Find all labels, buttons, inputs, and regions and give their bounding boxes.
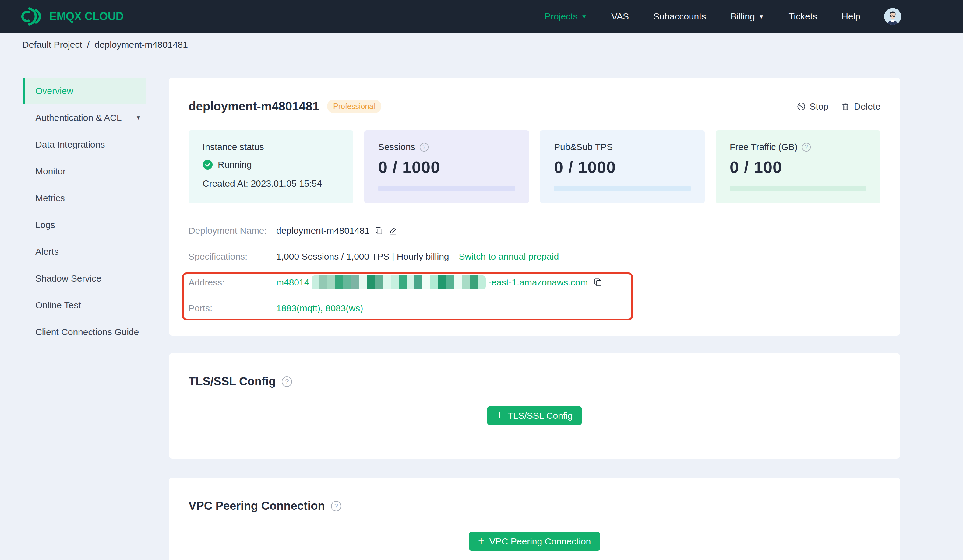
help-icon[interactable]: ? <box>282 377 292 387</box>
sidebar-item-authentication-acl[interactable]: Authentication & ACL▼ <box>23 104 146 131</box>
sidebar-item-shadow-service[interactable]: Shadow Service <box>23 265 146 292</box>
nav-item-label: Subaccounts <box>653 11 706 22</box>
brand-name: EMQX CLOUD <box>49 10 124 23</box>
trash-icon <box>841 102 850 112</box>
sessions-value: 0 / 1000 <box>378 158 515 176</box>
specifications-row: Specifications: 1,000 Sessions / 1,000 T… <box>188 243 880 269</box>
top-navbar: EMQX CLOUD Projects ▼ VAS Subaccounts Bi… <box>0 0 963 33</box>
sidebar-item-alerts[interactable]: Alerts <box>23 238 146 265</box>
sessions-progress-bar <box>378 186 515 191</box>
specifications-value: 1,000 Sessions / 1,000 TPS | Hourly bill… <box>276 251 449 262</box>
sidebar-item-label: Logs <box>35 220 55 230</box>
edit-icon[interactable] <box>389 226 398 235</box>
ports-label: Ports: <box>188 303 276 314</box>
copy-icon[interactable] <box>593 278 603 287</box>
sidebar-item-online-test[interactable]: Online Test <box>23 292 146 319</box>
sidebar-item-label: Shadow Service <box>35 273 101 284</box>
nav-item-subaccounts[interactable]: Subaccounts <box>653 11 706 22</box>
switch-annual-prepaid-link[interactable]: Switch to annual prepaid <box>459 251 559 262</box>
nav-item-label: Tickets <box>788 11 817 22</box>
stop-button[interactable]: Stop <box>796 101 829 112</box>
sidebar-item-label: Metrics <box>35 193 65 203</box>
traffic-value: 0 / 100 <box>730 158 866 176</box>
sidebar-item-label: Overview <box>35 86 73 96</box>
address-suffix: -east-1.amazonaws.com <box>488 277 588 288</box>
avatar-image <box>884 8 901 25</box>
deployment-actions: Stop Delete <box>796 101 880 112</box>
nav-item-label: VAS <box>611 11 629 22</box>
pubsub-progress-bar <box>554 186 691 191</box>
sidebar-item-client-connections-guide[interactable]: Client Connections Guide <box>23 319 146 345</box>
plus-icon: + <box>478 535 485 546</box>
delete-button[interactable]: Delete <box>841 101 880 112</box>
specifications-label: Specifications: <box>188 251 276 262</box>
breadcrumb-project[interactable]: Default Project <box>22 40 82 50</box>
sidebar-item-label: Client Connections Guide <box>35 327 139 337</box>
add-vpc-peering-label: VPC Peering Connection <box>490 536 591 547</box>
ports-value: 1883(mqtt), 8083(ws) <box>276 303 363 314</box>
nav-item-projects[interactable]: Projects ▼ <box>545 11 587 22</box>
stat-label: Sessions <box>378 142 415 152</box>
help-icon[interactable]: ? <box>331 501 341 511</box>
primary-nav: Projects ▼ VAS Subaccounts Billing ▼ Tic… <box>545 11 860 22</box>
nav-item-vas[interactable]: VAS <box>611 11 629 22</box>
nav-item-tickets[interactable]: Tickets <box>788 11 817 22</box>
chevron-down-icon: ▼ <box>136 115 141 121</box>
copy-icon[interactable] <box>374 226 384 235</box>
deployment-overview-card: deployment-m4801481 Professional Stop <box>169 78 900 336</box>
help-icon[interactable]: ? <box>420 143 428 152</box>
breadcrumb-current: deployment-m4801481 <box>94 40 188 50</box>
instance-status-card: Instance status Running Created At: 2023… <box>188 130 353 203</box>
ports-row: Ports: 1883(mqtt), 8083(ws) <box>188 295 880 321</box>
sidebar-item-metrics[interactable]: Metrics <box>23 185 146 212</box>
sidebar-item-label: Monitor <box>35 166 66 176</box>
address-prefix: m48014 <box>276 277 309 288</box>
stats-row: Instance status Running Created At: 2023… <box>188 130 880 203</box>
plan-badge: Professional <box>327 100 381 113</box>
sidebar-item-overview[interactable]: Overview <box>23 78 146 104</box>
stop-label: Stop <box>810 101 829 112</box>
brand-logo[interactable]: EMQX CLOUD <box>20 5 124 28</box>
sidebar-item-monitor[interactable]: Monitor <box>23 158 146 185</box>
stat-label: Instance status <box>203 142 264 152</box>
sidebar-item-label: Data Integrations <box>35 139 105 150</box>
created-at: Created At: 2023.01.05 15:54 <box>203 178 339 189</box>
sidebar: Overview Authentication & ACL▼ Data Inte… <box>23 78 146 345</box>
main-content: deployment-m4801481 Professional Stop <box>169 78 900 560</box>
breadcrumb-separator: / <box>87 40 89 50</box>
free-traffic-card: Free Traffic (GB) ? 0 / 100 <box>716 130 880 203</box>
sidebar-item-label: Online Test <box>35 300 81 311</box>
stat-label: Pub&Sub TPS <box>554 142 613 152</box>
deployment-name-row: Deployment Name: deployment-m4801481 <box>188 218 880 243</box>
deployment-name-value: deployment-m4801481 <box>276 225 370 236</box>
stop-icon <box>796 102 806 112</box>
add-tls-ssl-button[interactable]: + TLS/SSL Config <box>487 406 582 425</box>
nav-item-help[interactable]: Help <box>841 11 860 22</box>
nav-item-label: Help <box>841 11 860 22</box>
pubsub-value: 0 / 1000 <box>554 158 691 176</box>
help-icon[interactable]: ? <box>802 143 811 152</box>
tls-ssl-section: TLS/SSL Config ? + TLS/SSL Config <box>169 353 900 459</box>
delete-label: Delete <box>854 101 880 112</box>
nav-item-label: Projects <box>545 11 577 22</box>
emqx-logo-icon <box>20 5 41 28</box>
stat-label: Free Traffic (GB) <box>730 142 798 152</box>
add-vpc-peering-button[interactable]: + VPC Peering Connection <box>469 532 600 550</box>
deployment-name-label: Deployment Name: <box>188 225 276 236</box>
deployment-header: deployment-m4801481 Professional Stop <box>188 78 880 113</box>
status-text: Running <box>218 159 252 170</box>
address-label: Address: <box>188 277 276 288</box>
address-row: Address: m48014 -east-1.amazonaws.com <box>188 269 880 295</box>
nav-item-billing[interactable]: Billing ▼ <box>731 11 764 22</box>
user-avatar[interactable] <box>884 8 901 25</box>
deployment-title: deployment-m4801481 <box>188 100 319 113</box>
sidebar-item-logs[interactable]: Logs <box>23 212 146 238</box>
plus-icon: + <box>496 409 503 421</box>
vpc-peering-section: VPC Peering Connection ? + VPC Peering C… <box>169 477 900 560</box>
check-circle-icon <box>203 159 213 170</box>
sidebar-item-data-integrations[interactable]: Data Integrations <box>23 131 146 158</box>
nav-item-label: Billing <box>731 11 755 22</box>
traffic-progress-bar <box>730 186 866 191</box>
deployment-details: Deployment Name: deployment-m4801481 Spe… <box>188 218 880 321</box>
vpc-peering-title: VPC Peering Connection <box>188 499 325 513</box>
